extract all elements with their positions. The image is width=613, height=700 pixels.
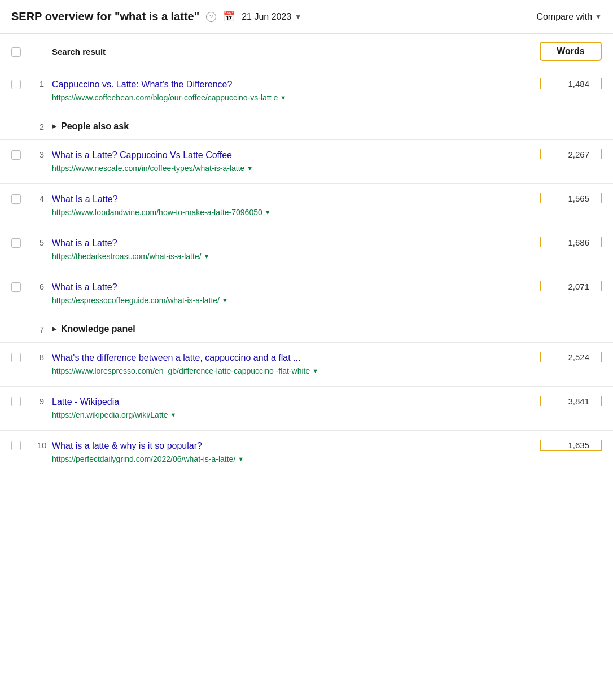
url-expand-arrow[interactable]: ▼ [238,456,244,462]
row-checkbox[interactable] [11,150,21,160]
compare-with-button[interactable]: Compare with ▼ [536,12,602,22]
expand-icon[interactable]: ▶ [52,123,56,130]
table-row: 3 What is a Latte? Cappuccino Vs Latte C… [0,140,613,184]
header-checkbox-col [11,46,32,57]
rank-number: 1 [32,78,52,89]
result-url[interactable]: https://en.wikipedia.org/wiki/Latte [52,410,168,421]
url-expand-arrow[interactable]: ▼ [312,368,318,374]
table-row: 4 What Is a Latte? https://www.foodandwi… [0,184,613,228]
result-title[interactable]: What is a Latte? Cappuccino Vs Latte Cof… [52,149,540,161]
table-row: 1 Cappuccino vs. Latte: What's the Diffe… [0,69,613,113]
result-title[interactable]: What Is a Latte? [52,193,540,205]
special-row-label: People also ask [61,121,129,132]
words-header-label: Words [557,46,584,56]
row-checkbox[interactable] [11,80,21,89]
result-url[interactable]: https://www.coffeebean.com/blog/our-coff… [52,93,278,104]
result-content: What Is a Latte? https://www.foodandwine… [52,193,540,218]
checkbox-col [11,352,32,362]
result-title[interactable]: What's the difference between a latte, c… [52,352,540,364]
result-title[interactable]: What is a latte & why is it so popular? [52,440,540,452]
url-expand-arrow[interactable]: ▼ [265,209,271,216]
row-checkbox[interactable] [11,353,21,362]
special-row-label: Knowledge panel [61,324,135,334]
date-selector[interactable]: 21 Jun 2023 ▼ [242,12,301,22]
rank-number: 6 [32,281,52,291]
result-title[interactable]: Cappuccino vs. Latte: What's the Differe… [52,78,540,91]
result-url[interactable]: https://espressocoffeeguide.com/what-is-… [52,295,220,307]
table-row: 10 What is a latte & why is it so popula… [0,431,613,474]
url-container: https://www.foodandwine.com/how-to-make-… [52,205,540,218]
row-checkbox[interactable] [11,238,21,248]
checkbox-col [11,78,32,89]
result-url[interactable]: https://www.foodandwine.com/how-to-make-… [52,207,262,218]
url-container: https://espressocoffeeguide.com/what-is-… [52,294,540,307]
calendar-icon: 📅 [223,11,235,23]
url-expand-arrow[interactable]: ▼ [280,94,286,101]
header-result-col: Search result [52,47,540,56]
compare-with-label: Compare with [536,12,592,22]
words-value: 1,635 [540,440,602,451]
result-content: What is a latte & why is it so popular? … [52,440,540,465]
result-url[interactable]: https://perfectdailygrind.com/2022/06/wh… [52,454,235,465]
rank-number: 2 [32,121,52,132]
row-checkbox[interactable] [11,441,21,450]
result-content: Cappuccino vs. Latte: What's the Differe… [52,78,540,104]
result-url[interactable]: https://www.nescafe.com/in/coffee-types/… [52,163,244,174]
header-checkbox[interactable] [11,47,21,57]
words-value: 3,841 [540,396,602,406]
rank-number: 5 [32,237,52,247]
page-container: SERP overview for "what is a latte" ? 📅 … [0,0,613,474]
info-icon[interactable]: ? [206,12,216,22]
result-content: What is a Latte? Cappuccino Vs Latte Cof… [52,149,540,174]
words-value: 1,565 [540,193,602,203]
words-value: 1,484 [540,78,602,89]
title-prefix: SERP overview for [11,10,115,23]
rank-number: 4 [32,193,52,203]
result-url[interactable]: https://thedarkestroast.com/what-is-a-la… [52,251,202,262]
date-value: 21 Jun 2023 [242,12,291,22]
url-expand-arrow[interactable]: ▼ [204,253,210,260]
checkbox-col [11,281,32,292]
url-container: https://perfectdailygrind.com/2022/06/wh… [52,452,540,465]
table-row: 7 ▶ Knowledge panel [0,316,613,343]
checkbox-col [11,193,32,204]
search-result-header: Search result [52,47,106,56]
rank-number: 9 [32,396,52,406]
date-dropdown-arrow: ▼ [295,13,301,21]
page-title: SERP overview for "what is a latte" [11,10,199,23]
row-checkbox[interactable] [11,194,21,204]
result-content: What is a Latte? https://thedarkestroast… [52,237,540,262]
url-expand-arrow[interactable]: ▼ [170,412,176,418]
row-checkbox[interactable] [11,282,21,292]
result-title[interactable]: What is a Latte? [52,237,540,250]
query-text: "what is a latte" [115,10,199,23]
url-container: https://en.wikipedia.org/wiki/Latte ▼ [52,408,540,421]
row-checkbox[interactable] [11,397,21,406]
checkbox-col [11,237,32,248]
url-container: https://www.coffeebean.com/blog/our-coff… [52,91,540,104]
result-title[interactable]: What is a Latte? [52,281,540,294]
checkbox-col [11,396,32,406]
result-content: What's the difference between a latte, c… [52,352,540,377]
words-value: 2,267 [540,149,602,159]
result-url[interactable]: https://www.lorespresso.com/en_gb/differ… [52,366,310,377]
result-content: Latte - Wikipedia https://en.wikipedia.o… [52,396,540,421]
table-header: Search result Words [0,34,613,69]
table-row: 2 ▶ People also ask [0,113,613,140]
result-title[interactable]: Latte - Wikipedia [52,396,540,408]
words-value: 1,686 [540,237,602,247]
special-row-content: ▶ People also ask [52,121,540,132]
words-value: 2,071 [540,281,602,291]
table-row: 6 What is a Latte? https://espressocoffe… [0,272,613,316]
expand-icon[interactable]: ▶ [52,325,56,333]
special-row-content: ▶ Knowledge panel [52,324,540,334]
rank-number: 3 [32,149,52,159]
header: SERP overview for "what is a latte" ? 📅 … [0,0,613,34]
url-expand-arrow[interactable]: ▼ [222,297,228,304]
url-container: https://thedarkestroast.com/what-is-a-la… [52,250,540,262]
compare-dropdown-arrow: ▼ [595,13,602,21]
rank-number: 8 [32,352,52,362]
result-content: What is a Latte? https://espressocoffeeg… [52,281,540,307]
url-expand-arrow[interactable]: ▼ [247,165,253,172]
table-body: 1 Cappuccino vs. Latte: What's the Diffe… [0,69,613,474]
